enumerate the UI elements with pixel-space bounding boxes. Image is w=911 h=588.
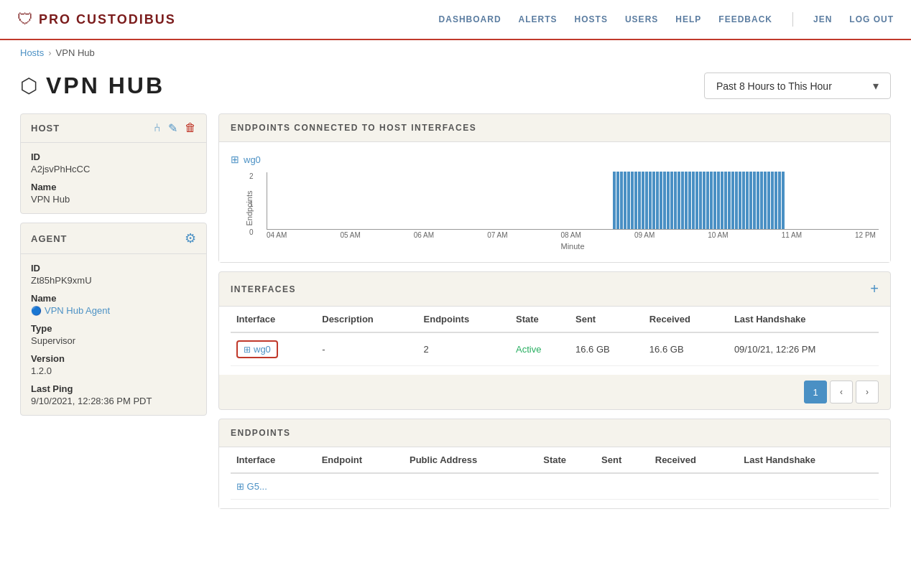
logo-text: PRO CUSTODIBUS [39,12,176,27]
x-label-09am: 09 AM [634,231,655,239]
time-range-selector[interactable]: Past 8 Hours to This Hour ▾ [704,73,891,99]
chart-bar [656,172,659,229]
sent-cell: 16.6 GB [570,332,644,366]
right-panel: ENDPOINTS CONNECTED TO HOST INTERFACES ⊞… [218,113,891,509]
agent-monitor-icon: 🔵 [31,306,42,316]
agent-card-actions: ⚙ [185,230,196,246]
chart-bar [670,172,673,229]
col-sent: Sent [570,307,644,332]
x-label-12pm: 12 PM [855,231,876,239]
agent-card-title: AGENT [31,233,68,244]
chart-bar [620,172,623,229]
chevron-left-icon: ‹ [840,387,843,397]
chart-bar [667,172,670,229]
nav-alerts[interactable]: ALERTS [519,14,558,24]
interfaces-header: INTERFACES + [219,272,890,307]
chart-bar [678,172,680,229]
interface-cell: ⊞ wg0 [231,332,316,366]
chart-inner: 2 1 0 04 AM 05 AM 06 AM 07 AM 08 AM [267,172,879,251]
x-labels: 04 AM 05 AM 06 AM 07 AM 08 AM 09 AM 10 A… [267,231,879,239]
chart-bar [631,172,634,229]
chart-bar [760,172,763,229]
host-card-actions: ⑃ ✎ 🗑 [154,121,196,135]
nav-feedback[interactable]: FEEDBACK [718,14,772,24]
received-cell: 16.6 GB [644,332,729,366]
col-interface: Interface [231,307,316,332]
chart-bar [764,172,767,229]
agent-name-link[interactable]: 🔵 VPN Hub Agent [31,305,196,316]
endpoints-connected-header: ENDPOINTS CONNECTED TO HOST INTERFACES [219,114,890,142]
chart-bar [717,172,720,229]
chart-bar [771,172,774,229]
x-axis-title: Minute [267,242,879,251]
host-name-label: Name [31,182,196,192]
nav-links: DASHBOARD ALERTS HOSTS USERS HELP FEEDBA… [439,12,894,27]
nav-user[interactable]: JEN [813,14,832,24]
agent-id-value: Zt85hPK9xmU [31,275,196,286]
x-label-04am: 04 AM [267,231,287,239]
chart-bar [692,172,695,229]
agent-version-value: 1.2.0 [31,365,196,376]
delete-icon[interactable]: 🗑 [185,121,196,135]
chart-bar [782,172,785,229]
agent-version-label: Version [31,353,196,364]
main-content: HOST ⑃ ✎ 🗑 ID A2jsvPhHcCC Name VPN Hub A… [0,113,911,529]
agent-card: AGENT ⚙ ID Zt85hPK9xmU Name 🔵 VPN Hub Ag… [20,223,207,416]
chart-bar [649,172,652,229]
host-card-title: HOST [31,123,60,134]
edit-icon[interactable]: ✎ [168,121,177,135]
next-page-button[interactable]: › [856,381,879,403]
chart-bar [724,172,727,229]
endpoints-connected-title: ENDPOINTS CONNECTED TO HOST INTERFACES [231,123,476,133]
add-interface-button[interactable]: + [870,281,879,297]
x-label-06am: 06 AM [414,231,434,239]
interface-badge[interactable]: ⊞ wg0 [236,340,278,358]
fork-icon[interactable]: ⑃ [154,121,161,135]
endpoints-header: ENDPOINTS [219,419,890,447]
interfaces-section: INTERFACES + Interface Description Endpo… [218,271,891,410]
agent-type-label: Type [31,323,196,334]
gear-icon[interactable]: ⚙ [185,230,196,246]
chart-bar [739,172,741,229]
host-card: HOST ⑃ ✎ 🗑 ID A2jsvPhHcCC Name VPN Hub [20,113,207,214]
chart-bar [767,172,770,229]
chart-bar [634,172,637,229]
breadcrumb-current: VPN Hub [56,47,95,58]
nav-users[interactable]: USERS [625,14,658,24]
chart-bar [713,172,716,229]
chart-bar [699,172,702,229]
breadcrumb-parent[interactable]: Hosts [20,47,44,58]
interfaces-table-wrap: Interface Description Endpoints State Se… [219,307,890,375]
nav-help[interactable]: HELP [675,14,701,24]
prev-page-button[interactable]: ‹ [830,381,853,403]
endpoints-table-wrap: Interface Endpoint Public Address State … [219,447,890,508]
chart-interface-link[interactable]: ⊞ wg0 [231,154,879,165]
y-label-0: 0 [249,228,254,236]
ep-col-sent: Sent [596,447,649,473]
state-cell: Active [510,332,570,366]
chart-bar [660,172,662,229]
interface-name: wg0 [254,344,271,355]
endpoints-table: Interface Endpoint Public Address State … [231,447,879,500]
col-description: Description [316,307,417,332]
logo: 🛡 PRO CUSTODIBUS [17,10,176,29]
x-label-08am: 08 AM [561,231,581,239]
chart-interface-icon: ⊞ [231,154,239,165]
chart-bar [645,172,648,229]
y-label-2: 2 [249,172,254,180]
col-state: State [510,307,570,332]
agent-name-label: Name [31,293,196,304]
nav-dashboard[interactable]: DASHBOARD [439,14,501,24]
agent-lastping-value: 9/10/2021, 12:28:36 PM PDT [31,396,196,406]
endpoints-table-body: ⊞ G5... [231,473,879,500]
ep-col-public-address: Public Address [404,447,537,473]
ep-interface-cell: ⊞ G5... [231,473,316,500]
page-1-button[interactable]: 1 [804,381,827,403]
agent-name-value: 🔵 VPN Hub Agent [31,305,196,316]
chart-bar [616,172,619,229]
nav-hosts[interactable]: HOSTS [575,14,608,24]
chart-bar [703,172,706,229]
interface-icon: ⊞ [236,481,244,492]
breadcrumb: Hosts › VPN Hub [0,40,911,65]
nav-logout[interactable]: LOG OUT [849,14,894,24]
